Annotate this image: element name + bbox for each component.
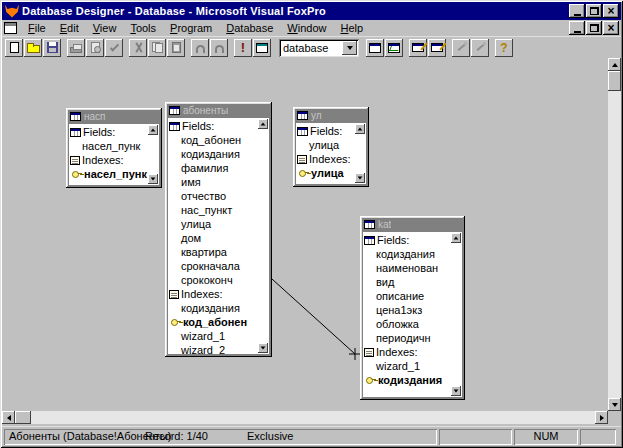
panel-scroll-up-button[interactable] bbox=[451, 233, 461, 243]
table-title-bar[interactable]: насп bbox=[68, 110, 160, 123]
table-title: абоненты bbox=[183, 105, 228, 116]
table-panel-kat[interactable]: kat Fields: кодиздания наименован вид оп… bbox=[360, 216, 465, 400]
open-table-button[interactable] bbox=[409, 39, 427, 57]
panel-scroll-down-button[interactable] bbox=[355, 173, 365, 183]
menu-edit[interactable]: Edit bbox=[53, 21, 86, 35]
field-row[interactable]: улица bbox=[168, 217, 269, 231]
fields-icon bbox=[364, 236, 375, 245]
vertical-scroll-thumb[interactable] bbox=[608, 71, 621, 91]
run-button[interactable]: ! bbox=[234, 39, 252, 57]
field-row[interactable]: кодиздания bbox=[363, 247, 462, 261]
mdi-minimize-button[interactable] bbox=[569, 21, 585, 35]
table-panel-ul[interactable]: ул Fields: улица Indexes: улица bbox=[293, 107, 369, 187]
field-row[interactable]: кодиздания bbox=[168, 147, 269, 161]
panel-scroll-up-button[interactable] bbox=[355, 124, 365, 134]
index-row[interactable]: wizard_1 bbox=[168, 329, 269, 343]
form-wizard-button[interactable] bbox=[452, 39, 470, 57]
minimize-button[interactable] bbox=[569, 4, 585, 18]
modify-form-button[interactable] bbox=[253, 39, 271, 57]
menu-program[interactable]: Program bbox=[163, 21, 219, 35]
scroll-left-button[interactable] bbox=[2, 411, 15, 424]
scroll-right-button[interactable] bbox=[595, 411, 608, 424]
title-bar[interactable]: Database Designer - Database - Microsoft… bbox=[2, 2, 621, 20]
index-row[interactable]: wizard_1 bbox=[363, 359, 462, 373]
help-button[interactable]: ? bbox=[495, 39, 513, 57]
arrow-left-icon bbox=[7, 415, 11, 421]
scroll-down-button[interactable] bbox=[608, 398, 621, 411]
print-preview-icon bbox=[91, 42, 100, 53]
field-row[interactable]: код_абонен bbox=[168, 133, 269, 147]
database-combobox[interactable]: database bbox=[279, 39, 359, 57]
scrollbar-corner bbox=[608, 411, 621, 424]
field-row[interactable]: улица bbox=[296, 138, 366, 152]
browse-table-button[interactable] bbox=[428, 39, 446, 57]
field-row[interactable]: фамилия bbox=[168, 161, 269, 175]
menu-tools[interactable]: Tools bbox=[123, 21, 163, 35]
table-panel-nasp[interactable]: насп Fields: насел_пунк Indexes: насел_п… bbox=[66, 108, 162, 188]
command-window-button[interactable] bbox=[366, 39, 384, 57]
horizontal-scrollbar[interactable] bbox=[2, 411, 608, 424]
copy-button[interactable] bbox=[148, 39, 166, 57]
field-row[interactable]: дом bbox=[168, 231, 269, 245]
designer-viewport[interactable]: насп Fields: насел_пунк Indexes: насел_п… bbox=[2, 58, 608, 411]
index-row-primary[interactable]: кодиздания bbox=[363, 373, 462, 387]
combobox-dropdown-button[interactable] bbox=[342, 41, 357, 55]
mdi-restore-button[interactable] bbox=[586, 21, 602, 35]
new-button[interactable] bbox=[5, 39, 23, 57]
field-row[interactable]: срококонч bbox=[168, 273, 269, 287]
menu-file[interactable]: File bbox=[21, 21, 53, 35]
index-row-primary[interactable]: код_абонен bbox=[168, 315, 269, 329]
menu-help[interactable]: Help bbox=[334, 21, 371, 35]
field-row[interactable]: отчество bbox=[168, 189, 269, 203]
field-row[interactable]: насел_пунк bbox=[69, 139, 159, 153]
field-row[interactable]: описание bbox=[363, 289, 462, 303]
scroll-up-button[interactable] bbox=[608, 58, 621, 71]
field-row[interactable]: периодичн bbox=[363, 331, 462, 345]
status-empty-panel bbox=[580, 429, 616, 445]
field-row[interactable]: нас_пункт bbox=[168, 203, 269, 217]
run-exclamation-icon: ! bbox=[241, 41, 245, 55]
save-button[interactable] bbox=[43, 39, 61, 57]
report-wizard-button[interactable] bbox=[471, 39, 489, 57]
field-row[interactable]: срокначала bbox=[168, 259, 269, 273]
field-row[interactable]: цена1экз bbox=[363, 303, 462, 317]
table-title-bar[interactable]: kat bbox=[362, 218, 463, 231]
print-button[interactable] bbox=[67, 39, 85, 57]
field-row[interactable]: обложка bbox=[363, 317, 462, 331]
menu-database[interactable]: Database bbox=[219, 21, 280, 35]
panel-scroll-down-button[interactable] bbox=[451, 386, 461, 396]
open-button[interactable] bbox=[24, 39, 42, 57]
index-row[interactable]: wizard_2 bbox=[168, 343, 269, 355]
arrow-up-icon bbox=[261, 122, 266, 125]
table-icon bbox=[169, 106, 180, 115]
field-row[interactable]: квартира bbox=[168, 245, 269, 259]
field-row[interactable]: наименован bbox=[363, 261, 462, 275]
redo-button[interactable] bbox=[210, 39, 228, 57]
panel-scroll-up-button[interactable] bbox=[258, 119, 268, 129]
data-session-button[interactable] bbox=[385, 39, 403, 57]
index-row-primary[interactable]: насел_пунк bbox=[69, 167, 159, 181]
panel-scroll-up-button[interactable] bbox=[148, 125, 158, 135]
indexes-icon bbox=[297, 155, 307, 164]
spelling-button[interactable] bbox=[105, 39, 123, 57]
panel-scroll-down-button[interactable] bbox=[258, 343, 268, 353]
field-row[interactable]: вид bbox=[363, 275, 462, 289]
mdi-close-button[interactable]: × bbox=[603, 21, 619, 35]
paste-button[interactable] bbox=[167, 39, 185, 57]
table-title-bar[interactable]: ул bbox=[295, 109, 367, 122]
table-title-bar[interactable]: абоненты bbox=[167, 104, 270, 117]
menu-view[interactable]: View bbox=[86, 21, 124, 35]
mdi-child-icon[interactable] bbox=[4, 22, 17, 34]
field-row[interactable]: имя bbox=[168, 175, 269, 189]
menu-window[interactable]: Window bbox=[280, 21, 333, 35]
restore-button[interactable] bbox=[586, 4, 602, 18]
horizontal-scroll-thumb[interactable] bbox=[15, 411, 31, 424]
panel-scroll-down-button[interactable] bbox=[148, 174, 158, 184]
table-panel-abonenty[interactable]: абоненты Fields: код_абонен кодиздания ф… bbox=[165, 102, 272, 357]
close-button[interactable]: × bbox=[603, 4, 619, 18]
vertical-scrollbar[interactable] bbox=[608, 58, 621, 411]
undo-button[interactable] bbox=[191, 39, 209, 57]
print-preview-button[interactable] bbox=[86, 39, 104, 57]
index-row[interactable]: кодиздания bbox=[168, 301, 269, 315]
cut-button[interactable] bbox=[129, 39, 147, 57]
